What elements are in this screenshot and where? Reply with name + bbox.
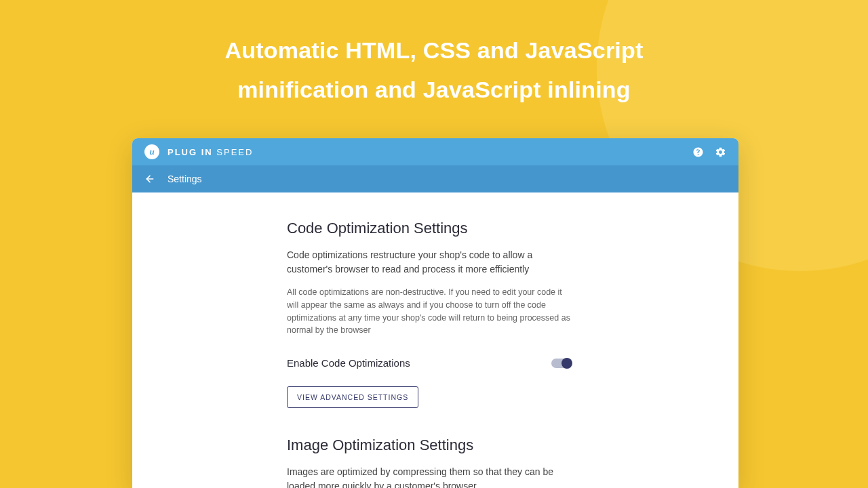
hero-title: Automatic HTML, CSS and JavaScript minif… [0, 0, 868, 110]
gear-icon[interactable] [715, 146, 726, 158]
titlebar: u PLUG IN SPEED [132, 138, 738, 165]
code-desc-secondary: All code optimizations are non-destructi… [287, 286, 572, 337]
image-desc-primary: Images are optimized by compressing them… [287, 465, 572, 488]
subheader-title: Settings [167, 174, 202, 184]
enable-code-row: Enable Code Optimizations [287, 357, 572, 369]
enable-code-label: Enable Code Optimizations [287, 357, 410, 369]
subheader-bar: Settings [132, 165, 738, 192]
titlebar-right [692, 146, 726, 158]
view-advanced-settings-button[interactable]: VIEW ADVANCED SETTINGS [287, 386, 418, 408]
code-section-title: Code Optimization Settings [287, 220, 738, 237]
brand-bold: PLUG IN [167, 147, 213, 157]
hero-line1: Automatic HTML, CSS and JavaScript [0, 31, 868, 70]
image-section-title: Image Optimization Settings [287, 436, 738, 454]
titlebar-left: u PLUG IN SPEED [144, 144, 253, 159]
toggle-knob-icon [561, 358, 572, 369]
hero-line2: minification and JavaScript inlining [0, 70, 868, 110]
content-area: Code Optimization Settings Code optimiza… [132, 192, 738, 488]
code-optimization-section: Code Optimization Settings Code optimiza… [287, 220, 738, 408]
logo-icon: u [144, 144, 159, 159]
enable-code-toggle[interactable] [551, 359, 572, 368]
image-optimization-section: Image Optimization Settings Images are o… [287, 436, 738, 488]
brand-light: SPEED [216, 147, 253, 157]
back-arrow-icon[interactable] [144, 174, 155, 184]
app-window: u PLUG IN SPEED Settings Code Optimizati… [132, 138, 738, 488]
help-icon[interactable] [692, 146, 704, 158]
brand-text: PLUG IN SPEED [167, 147, 253, 157]
code-desc-primary: Code optimizations restructure your shop… [287, 248, 572, 277]
